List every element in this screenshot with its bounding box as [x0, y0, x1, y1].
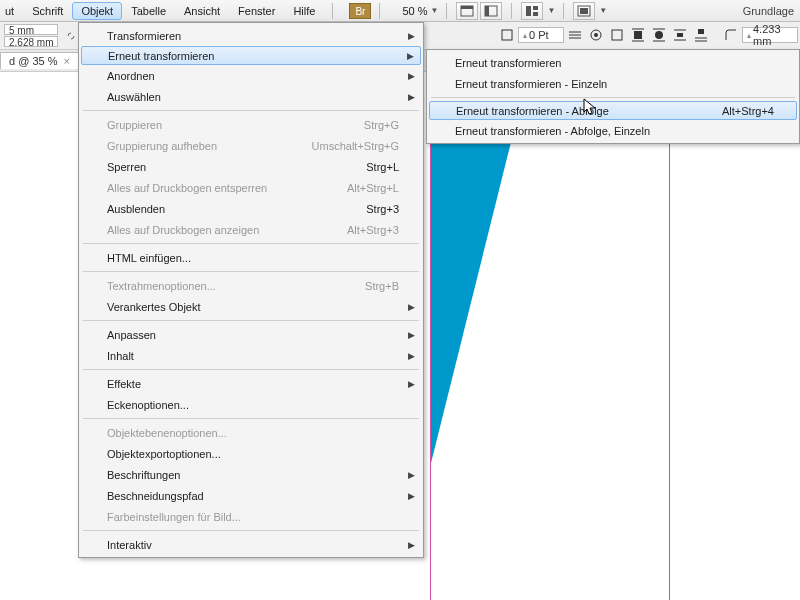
wrap-none-icon[interactable]: [607, 25, 627, 45]
chevron-down-icon[interactable]: ▼: [599, 6, 607, 15]
y-field[interactable]: 2.628 mm: [4, 36, 58, 47]
svg-rect-22: [677, 33, 683, 37]
workspace-label[interactable]: Grundlage: [743, 5, 800, 17]
chevron-right-icon: ▶: [408, 92, 415, 102]
separator: [379, 3, 380, 19]
menu-ansicht[interactable]: Ansicht: [175, 2, 229, 20]
menu-item[interactable]: SperrenStrg+L: [81, 156, 421, 177]
menu-item[interactable]: HTML einfügen...: [81, 247, 421, 268]
menu-item: Alles auf Druckbogen anzeigenAlt+Strg+3: [81, 219, 421, 240]
menu-layout[interactable]: ut: [2, 2, 23, 20]
svg-rect-4: [526, 6, 531, 16]
menu-item: GruppierenStrg+G: [81, 114, 421, 135]
erneut-transformieren-submenu: Erneut transformierenErneut transformier…: [426, 49, 800, 144]
menu-item: Gruppierung aufhebenUmschalt+Strg+G: [81, 135, 421, 156]
view-mode-button-1[interactable]: [456, 2, 478, 20]
wrap-bounding-icon[interactable]: [628, 25, 648, 45]
chevron-right-icon: ▶: [408, 540, 415, 550]
menu-item: Textrahmenoptionen...Strg+B: [81, 275, 421, 296]
menu-item[interactable]: Interaktiv▶: [81, 534, 421, 555]
separator: [332, 3, 333, 19]
menu-tabelle[interactable]: Tabelle: [122, 2, 175, 20]
corner-field[interactable]: ▴4.233 mm: [742, 27, 798, 43]
chevron-right-icon: ▶: [408, 491, 415, 501]
svg-rect-25: [698, 29, 704, 34]
menu-item[interactable]: Anpassen▶: [81, 324, 421, 345]
effects-icon[interactable]: [586, 25, 606, 45]
menu-item[interactable]: Erneut transformieren - Einzeln: [429, 73, 797, 94]
stroke-weight-field[interactable]: ▴0 Pt: [518, 27, 564, 43]
selection-handle[interactable]: [467, 427, 472, 432]
menu-fenster[interactable]: Fenster: [229, 2, 284, 20]
chevron-right-icon: ▶: [408, 31, 415, 41]
menu-item: Alles auf Druckbogen entsperrenAlt+Strg+…: [81, 177, 421, 198]
separator: [511, 3, 512, 19]
menu-item[interactable]: Inhalt▶: [81, 345, 421, 366]
chevron-right-icon: ▶: [408, 330, 415, 340]
svg-rect-16: [634, 31, 642, 39]
x-field[interactable]: 5 mm: [4, 24, 58, 35]
menu-item[interactable]: Anordnen▶: [81, 65, 421, 86]
menu-item[interactable]: Erneut transformieren: [429, 52, 797, 73]
stroke-icon[interactable]: [497, 25, 517, 45]
chevron-right-icon: ▶: [408, 470, 415, 480]
chevron-right-icon: ▶: [408, 351, 415, 361]
chevron-right-icon: ▶: [408, 302, 415, 312]
menu-item[interactable]: Transformieren▶: [81, 25, 421, 46]
wrap-shape-icon[interactable]: [649, 25, 669, 45]
close-icon[interactable]: ×: [63, 55, 69, 67]
svg-rect-15: [612, 30, 622, 40]
menu-schrift[interactable]: Schrift: [23, 2, 72, 20]
menu-item: Objektebenenoptionen...: [81, 422, 421, 443]
chevron-down-icon[interactable]: ▼: [431, 6, 439, 15]
bridge-icon[interactable]: Br: [349, 3, 371, 19]
menu-item[interactable]: Erneut transformieren - AbfolgeAlt+Strg+…: [429, 101, 797, 120]
stroke-style-icon[interactable]: [565, 25, 585, 45]
menu-item[interactable]: Erneut transformieren - Abfolge, Einzeln: [429, 120, 797, 141]
separator: [446, 3, 447, 19]
screen-mode-button[interactable]: [573, 2, 595, 20]
selected-shape[interactable]: [430, 72, 670, 600]
menu-item[interactable]: Eckenoptionen...: [81, 394, 421, 415]
svg-rect-8: [580, 8, 588, 14]
zoom-level[interactable]: 50 %: [402, 5, 427, 17]
document-tab-label: d @ 35 %: [9, 55, 57, 67]
chevron-right-icon: ▶: [407, 51, 414, 61]
svg-rect-6: [533, 12, 538, 16]
menubar: ut Schrift Objekt Tabelle Ansicht Fenste…: [0, 0, 800, 22]
menu-item[interactable]: Objektexportoptionen...: [81, 443, 421, 464]
menu-item[interactable]: Erneut transformieren▶: [81, 46, 421, 65]
view-mode-button-2[interactable]: [480, 2, 502, 20]
svg-rect-5: [533, 6, 538, 10]
menu-item[interactable]: Verankertes Objekt▶: [81, 296, 421, 317]
objekt-menu: Transformieren▶Erneut transformieren▶Ano…: [78, 22, 424, 558]
menu-item[interactable]: Effekte▶: [81, 373, 421, 394]
separator: [563, 3, 564, 19]
wrap-column-icon[interactable]: [691, 25, 711, 45]
svg-rect-1: [461, 6, 473, 9]
svg-point-14: [594, 33, 598, 37]
menu-objekt[interactable]: Objekt: [72, 2, 122, 20]
menu-item[interactable]: Beschneidungspfad▶: [81, 485, 421, 506]
menu-item[interactable]: AusblendenStrg+3: [81, 198, 421, 219]
chevron-down-icon[interactable]: ▼: [547, 6, 555, 15]
svg-rect-9: [502, 30, 512, 40]
position-fields: 5 mm 2.628 mm: [4, 24, 58, 47]
menu-item: Farbeinstellungen für Bild...: [81, 506, 421, 527]
menu-item[interactable]: Beschriftungen▶: [81, 464, 421, 485]
svg-point-19: [655, 31, 663, 39]
corner-icon[interactable]: [721, 25, 741, 45]
svg-rect-3: [485, 6, 489, 16]
control-bar-right: ▴0 Pt ▴4.233 mm: [497, 25, 798, 45]
wrap-jump-icon[interactable]: [670, 25, 690, 45]
arrange-button[interactable]: [521, 2, 543, 20]
menu-item[interactable]: Auswählen▶: [81, 86, 421, 107]
document-tab[interactable]: d @ 35 % ×: [0, 52, 79, 69]
menu-hilfe[interactable]: Hilfe: [284, 2, 324, 20]
chevron-right-icon: ▶: [408, 379, 415, 389]
chevron-right-icon: ▶: [408, 71, 415, 81]
